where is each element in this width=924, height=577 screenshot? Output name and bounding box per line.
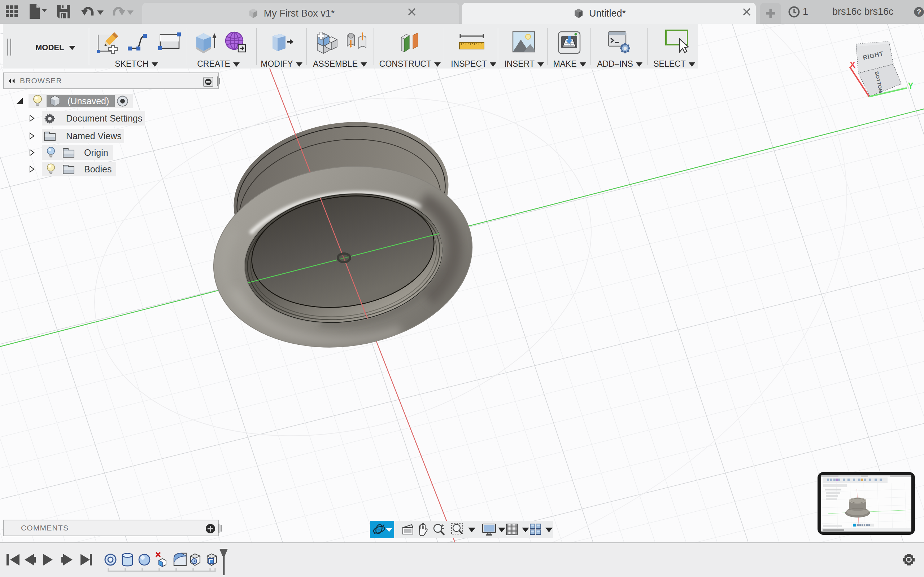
svg-text:X: X bbox=[850, 60, 855, 69]
svg-text:Y: Y bbox=[908, 81, 913, 90]
svg-text:?: ? bbox=[917, 8, 921, 16]
